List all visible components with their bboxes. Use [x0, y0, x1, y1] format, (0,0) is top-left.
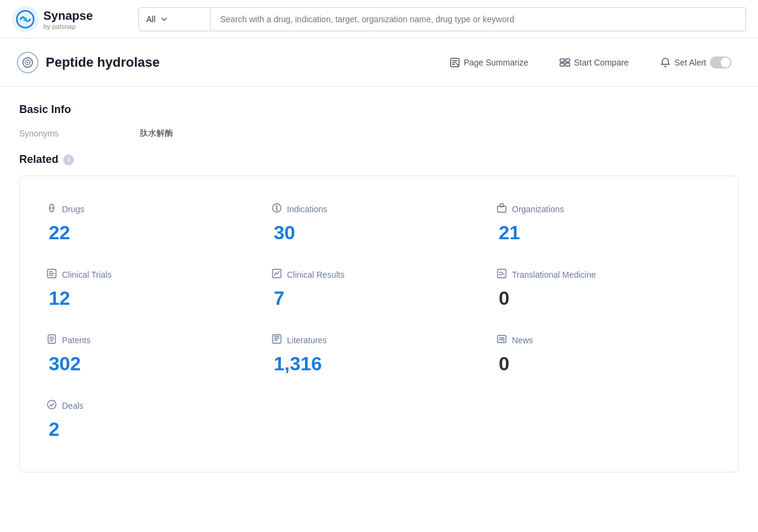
related-item-count: 0: [496, 353, 712, 375]
chevron-down-icon: [161, 16, 168, 23]
related-item-label: Clinical Results: [287, 270, 345, 280]
patent-icon: [46, 334, 57, 347]
set-alert-toggle[interactable]: [710, 57, 732, 69]
related-item-header: Deals: [46, 399, 262, 412]
logo-text: Synapse by patsnap: [43, 8, 93, 30]
page-summarize-button[interactable]: Page Summarize: [440, 52, 538, 73]
related-item-count: 1,316: [271, 353, 487, 375]
basic-info-title: Basic Info: [19, 103, 739, 116]
related-item-label: Translational Medicine: [512, 270, 596, 280]
related-item-label: News: [512, 335, 533, 345]
related-item-label: Organizations: [512, 204, 564, 214]
svg-point-2: [23, 17, 27, 21]
related-item-drug[interactable]: Drugs 22: [42, 193, 267, 258]
related-item-header: News: [496, 334, 712, 347]
set-alert-label: Set Alert: [674, 58, 706, 67]
news-icon: [496, 334, 507, 347]
related-item-literature[interactable]: Literatures 1,316: [267, 324, 491, 390]
related-item-label: Patents: [62, 335, 90, 345]
main-content: Basic Info Synonyms 肽水解酶 Related i Drugs…: [0, 87, 758, 489]
related-item-header: Clinical Results: [271, 268, 487, 281]
synonyms-value: 肽水解酶: [140, 128, 173, 139]
related-item-clinical-trial[interactable]: Clinical Trials 12: [42, 258, 267, 324]
translational-icon: [496, 268, 507, 281]
search-type-label: All: [146, 14, 156, 24]
svg-rect-7: [560, 59, 564, 62]
related-item-header: Patents: [46, 334, 262, 347]
related-item-news: News 0: [491, 324, 716, 390]
svg-rect-8: [565, 59, 570, 62]
related-item-org[interactable]: Organizations 21: [491, 193, 716, 258]
related-grid: Drugs 22 Indications 30 Organizations 21…: [42, 193, 716, 455]
related-item-label: Deals: [62, 401, 84, 411]
related-item-count: 302: [46, 353, 262, 375]
start-compare-icon: [559, 57, 570, 68]
related-item-label: Drugs: [62, 204, 84, 214]
page-summarize-icon: [449, 57, 460, 68]
related-item-header: Translational Medicine: [496, 268, 712, 281]
related-item-count: 2: [46, 418, 262, 441]
related-info-icon[interactable]: i: [63, 154, 74, 165]
related-item-indication[interactable]: Indications 30: [267, 193, 491, 258]
start-compare-button[interactable]: Start Compare: [550, 52, 638, 73]
related-item-count: 30: [271, 222, 487, 244]
svg-rect-21: [273, 335, 281, 343]
related-item-label: Clinical Trials: [62, 270, 111, 280]
svg-rect-19: [498, 269, 506, 278]
svg-rect-22: [498, 335, 506, 343]
related-section: Related i Drugs 22 Indications 30 Organi…: [19, 153, 739, 472]
page-target-icon: [17, 52, 39, 73]
clinical-trial-icon: [46, 268, 57, 281]
related-item-count: 22: [46, 222, 262, 244]
related-item-count: 7: [271, 287, 487, 310]
synapse-logo-icon: [12, 6, 39, 32]
related-item-header: Indications: [271, 203, 487, 216]
svg-rect-9: [560, 63, 564, 66]
page-header: Peptide hydrolase Page Summarize Start C…: [0, 38, 758, 87]
related-title-row: Related i: [19, 153, 739, 166]
related-item-header: Clinical Trials: [46, 268, 262, 281]
page-title: Peptide hydrolase: [46, 55, 440, 70]
deal-icon: [46, 399, 57, 412]
page-summarize-label: Page Summarize: [464, 58, 528, 67]
related-item-count: 21: [496, 222, 712, 244]
related-item-count: 0: [496, 287, 712, 310]
related-item-header: Literatures: [271, 334, 487, 347]
related-item-header: Organizations: [496, 203, 712, 216]
synonyms-row: Synonyms 肽水解酶: [19, 128, 739, 139]
synonyms-label: Synonyms: [19, 129, 140, 138]
start-compare-label: Start Compare: [574, 58, 629, 67]
page-actions: Page Summarize Start Compare Set Alert: [440, 52, 741, 73]
related-card: Drugs 22 Indications 30 Organizations 21…: [19, 176, 739, 472]
related-item-count: 12: [46, 287, 262, 310]
org-icon: [496, 203, 507, 216]
svg-point-13: [276, 206, 278, 207]
svg-rect-10: [565, 63, 570, 66]
drug-icon: [46, 203, 57, 216]
svg-point-5: [27, 61, 29, 63]
app-header: Synapse by patsnap All: [0, 0, 758, 38]
related-item-label: Indications: [287, 204, 327, 214]
related-title: Related: [19, 153, 58, 166]
related-item-label: Literatures: [287, 335, 327, 345]
logo-subtitle: by patsnap: [43, 23, 93, 30]
logo-title: Synapse: [43, 8, 93, 23]
clinical-result-icon: [271, 268, 282, 281]
related-item-translational: Translational Medicine 0: [491, 258, 716, 324]
related-item-header: Drugs: [46, 203, 262, 216]
set-alert-button[interactable]: Set Alert: [650, 52, 741, 73]
search-type-dropdown[interactable]: All: [138, 7, 211, 31]
logo-area: Synapse by patsnap: [12, 6, 126, 32]
related-item-clinical-result[interactable]: Clinical Results 7: [267, 258, 491, 324]
svg-rect-23: [502, 339, 504, 341]
svg-point-24: [48, 400, 56, 409]
related-item-patent[interactable]: Patents 302: [42, 324, 267, 390]
literature-icon: [271, 334, 282, 347]
indication-icon: [271, 203, 282, 216]
search-input[interactable]: [211, 7, 746, 31]
related-item-deal[interactable]: Deals 2: [42, 390, 267, 455]
set-alert-icon: [660, 57, 671, 68]
